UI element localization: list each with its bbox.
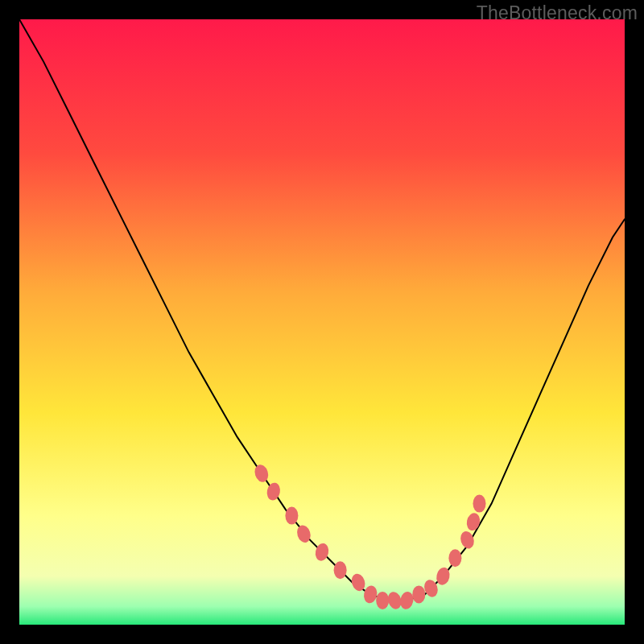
highlight-dot	[285, 507, 298, 525]
highlight-dot	[376, 592, 389, 609]
bottleneck-chart	[19, 19, 625, 625]
watermark-text: TheBottleneck.com	[477, 2, 638, 24]
highlight-dot	[448, 549, 461, 567]
highlight-dot	[412, 585, 425, 603]
highlight-dot	[334, 561, 347, 579]
gradient-background	[19, 19, 625, 625]
chart-frame	[19, 19, 625, 625]
highlight-dot	[473, 495, 486, 513]
